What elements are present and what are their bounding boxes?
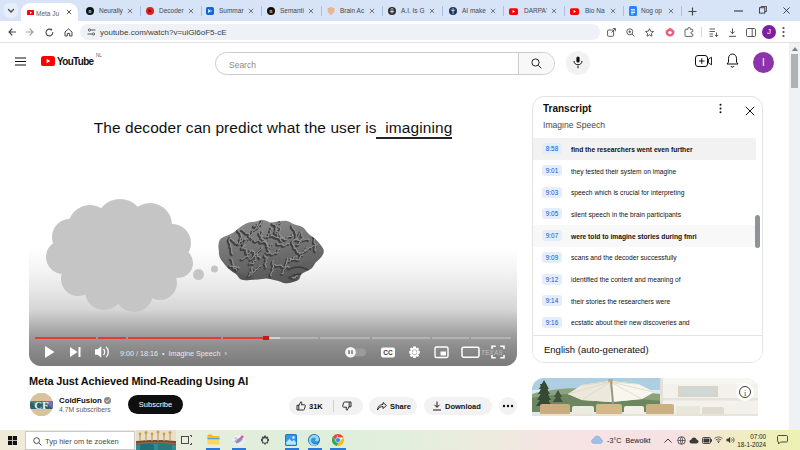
svg-text:TEXAS: TEXAS <box>481 349 503 356</box>
svg-text:n: n <box>270 7 273 13</box>
svg-text:n: n <box>89 7 92 13</box>
svg-text:CC: CC <box>383 349 393 356</box>
svg-text:CF: CF <box>34 399 49 411</box>
